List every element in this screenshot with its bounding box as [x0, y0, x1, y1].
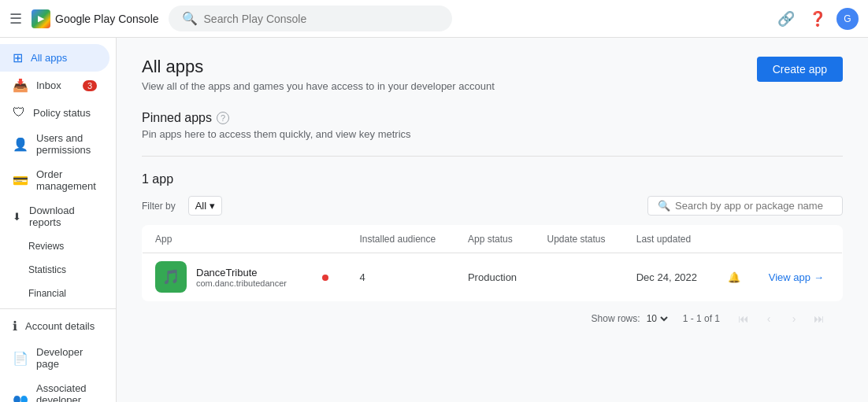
col-dot	[310, 226, 347, 253]
developer-page-icon: 📄	[13, 351, 28, 366]
link-icon-button[interactable]: 🔗	[773, 6, 799, 31]
sidebar-sub-reports: Reviews Statistics Financial	[0, 234, 116, 305]
col-updated: Last updated	[624, 226, 716, 253]
pagination-last-button[interactable]: ⏭	[808, 308, 830, 330]
order-icon: 💳	[13, 173, 28, 188]
topbar-right-actions: 🔗 ❓ G	[773, 6, 859, 31]
topbar: ☰ ▶ Google Play Console 🔍 🔗 ❓ G	[0, 0, 868, 38]
sidebar-item-order-management[interactable]: 💳 Order management	[0, 162, 109, 198]
pinned-apps-help-icon[interactable]: ?	[217, 112, 229, 124]
bell-icon: 🔔	[728, 271, 740, 283]
help-icon-button[interactable]: ❓	[805, 6, 830, 31]
pagination-first-button[interactable]: ⏮	[733, 308, 755, 330]
sidebar-item-label: Inbox	[36, 79, 61, 91]
sidebar-item-label: Associated developer accounts	[36, 382, 97, 402]
account-icon: ℹ	[13, 319, 17, 334]
sidebar-item-policy-status[interactable]: 🛡 Policy status	[0, 99, 109, 126]
search-input[interactable]	[204, 13, 439, 25]
sidebar-item-inbox[interactable]: 📥 Inbox 3	[0, 72, 109, 99]
app-search-input[interactable]	[675, 200, 833, 212]
download-icon: ⬇	[13, 211, 21, 223]
sidebar-item-label: Policy status	[33, 107, 91, 119]
pinned-apps-subtitle: Pin apps here to access them quickly, an…	[142, 128, 843, 140]
pagination-buttons: ⏮ ‹ › ⏭	[733, 308, 830, 330]
main-layout: ⊞ All apps 📥 Inbox 3 🛡 Policy status 👤 U…	[0, 38, 868, 402]
rows-per-page: Show rows: 10 25 50	[592, 312, 670, 325]
sidebar-item-label: Statistics	[28, 264, 66, 275]
apps-section-header: 1 app	[142, 172, 843, 186]
sidebar-item-label: Developer page	[36, 346, 97, 370]
pagination-info: 1 - 1 of 1	[683, 313, 720, 324]
sidebar-item-financial[interactable]: Financial	[16, 282, 109, 305]
menu-icon[interactable]: ☰	[9, 10, 22, 28]
pinned-apps-section-title: Pinned apps ?	[142, 111, 843, 125]
sidebar-download-reports-toggle[interactable]: ⬇ Download reports	[0, 198, 116, 234]
rows-label: Show rows:	[592, 313, 640, 324]
col-link	[756, 226, 843, 253]
app-name: DanceTribute	[196, 267, 287, 278]
sidebar-item-label: All apps	[31, 52, 67, 64]
play-console-logo-icon: ▶	[32, 9, 50, 28]
main-content: All apps View all of the apps and games …	[117, 38, 868, 402]
sidebar-item-label: Download reports	[29, 205, 103, 228]
sidebar-item-all-apps[interactable]: ⊞ All apps	[0, 44, 109, 72]
col-actions	[715, 226, 755, 253]
avatar[interactable]: G	[836, 8, 859, 30]
inbox-icon: 📥	[13, 78, 28, 93]
filter-select[interactable]: All ▾	[188, 196, 222, 216]
sidebar-item-account-details[interactable]: ℹ Account details	[0, 312, 109, 340]
chevron-down-icon: ▾	[210, 200, 215, 212]
col-update: Update status	[534, 226, 623, 253]
app-search-box[interactable]: 🔍	[647, 196, 843, 216]
sidebar-item-reviews[interactable]: Reviews	[16, 234, 109, 258]
sidebar-item-label: Account details	[25, 320, 95, 332]
sidebar-item-label: Order management	[36, 168, 97, 192]
users-icon: 👤	[13, 137, 28, 152]
sidebar-item-developer-page[interactable]: 📄 Developer page	[0, 340, 109, 376]
arrow-right-icon: →	[814, 271, 824, 283]
view-app-link[interactable]: View app →	[769, 271, 829, 283]
sidebar-item-label: Users and permissions	[36, 132, 97, 156]
table-footer: Show rows: 10 25 50 1 - 1 of 1 ⏮ ‹ › ⏭	[142, 301, 843, 336]
page-subtitle: View all of the apps and games you have …	[142, 80, 495, 92]
table-row: 🎵 DanceTribute com.danc.tributedancer 4 …	[143, 253, 843, 301]
inbox-badge: 3	[83, 80, 97, 91]
rows-select[interactable]: 10 25 50	[644, 312, 670, 325]
page-title: All apps	[142, 57, 495, 77]
status-dot-icon	[322, 275, 328, 281]
apps-table-head: App Installed audience App status Update…	[143, 226, 843, 253]
app-icon: 🎵	[155, 261, 187, 293]
last-updated-cell: Dec 24, 2022	[624, 253, 716, 301]
pinned-divider	[142, 156, 843, 157]
pagination-next-button[interactable]: ›	[783, 308, 805, 330]
page-header-left: All apps View all of the apps and games …	[142, 57, 495, 92]
topbar-search-box[interactable]: 🔍	[169, 6, 452, 31]
sidebar: ⊞ All apps 📥 Inbox 3 🛡 Policy status 👤 U…	[0, 38, 117, 402]
pagination-prev-button[interactable]: ‹	[758, 308, 780, 330]
installed-audience-cell: 4	[347, 253, 454, 301]
sidebar-item-statistics[interactable]: Statistics	[16, 258, 109, 282]
topbar-logo: ▶ Google Play Console	[32, 9, 159, 28]
page-header: All apps View all of the apps and games …	[142, 57, 843, 92]
bell-cell: 🔔	[715, 253, 755, 301]
topbar-logo-text: Google Play Console	[55, 13, 159, 25]
col-app: App	[143, 226, 310, 253]
filter-label: Filter by	[142, 201, 176, 212]
app-dot-cell	[310, 253, 347, 301]
filter-row: Filter by All ▾ 🔍	[142, 196, 843, 216]
create-app-button[interactable]: Create app	[757, 57, 843, 82]
app-cell: 🎵 DanceTribute com.danc.tributedancer	[143, 253, 310, 301]
update-status-cell	[534, 253, 623, 301]
search-icon: 🔍	[658, 200, 670, 212]
sidebar-divider	[0, 308, 116, 309]
sidebar-item-users[interactable]: 👤 Users and permissions	[0, 126, 109, 162]
apps-table: App Installed audience App status Update…	[142, 225, 843, 301]
policy-icon: 🛡	[13, 105, 25, 120]
associated-icon: 👥	[13, 393, 28, 402]
view-app-cell[interactable]: View app →	[756, 253, 843, 301]
sidebar-item-label: Reviews	[28, 241, 64, 252]
all-apps-icon: ⊞	[13, 50, 23, 65]
app-status-cell: Production	[455, 253, 535, 301]
app-package: com.danc.tributedancer	[196, 278, 287, 288]
sidebar-item-associated-accounts[interactable]: 👥 Associated developer accounts	[0, 376, 109, 402]
